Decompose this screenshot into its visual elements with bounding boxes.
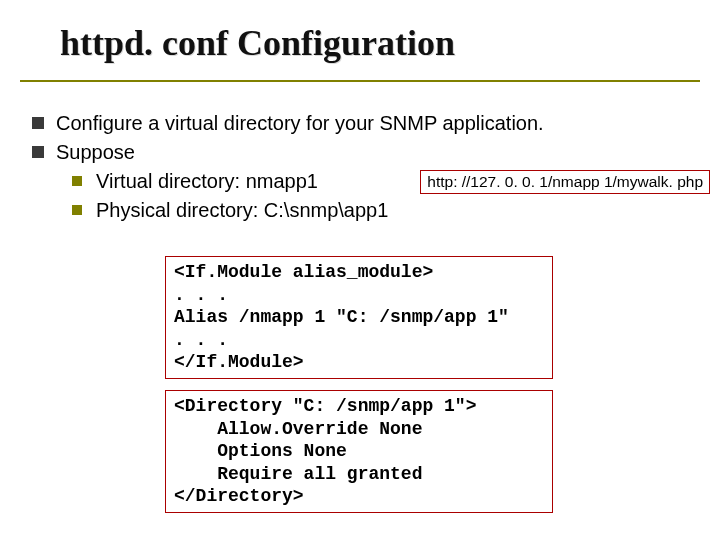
bullet-level1: Suppose bbox=[32, 139, 690, 166]
code-block-directory: <Directory "C: /snmp/app 1"> Allow.Overr… bbox=[165, 390, 553, 513]
bullet-text: Virtual directory: nmapp1 bbox=[96, 170, 318, 192]
code-block-ifmodule: <If.Module alias_module> . . . Alias /nm… bbox=[165, 256, 553, 379]
slide-title: httpd. conf Configuration bbox=[60, 22, 455, 64]
slide: httpd. conf Configuration Configure a vi… bbox=[0, 0, 720, 540]
title-underline bbox=[20, 80, 700, 82]
slide-body: Configure a virtual directory for your S… bbox=[32, 110, 690, 226]
url-callout: http: //127. 0. 0. 1/nmapp 1/mywalk. php bbox=[420, 170, 710, 194]
bullet-level2: Physical directory: C:\snmp\app1 bbox=[72, 197, 690, 224]
bullet-level1: Configure a virtual directory for your S… bbox=[32, 110, 690, 137]
bullet-text: Suppose bbox=[56, 141, 135, 163]
bullet-text: Configure a virtual directory for your S… bbox=[56, 112, 544, 134]
bullet-text: Physical directory: C:\snmp\app1 bbox=[96, 199, 388, 221]
